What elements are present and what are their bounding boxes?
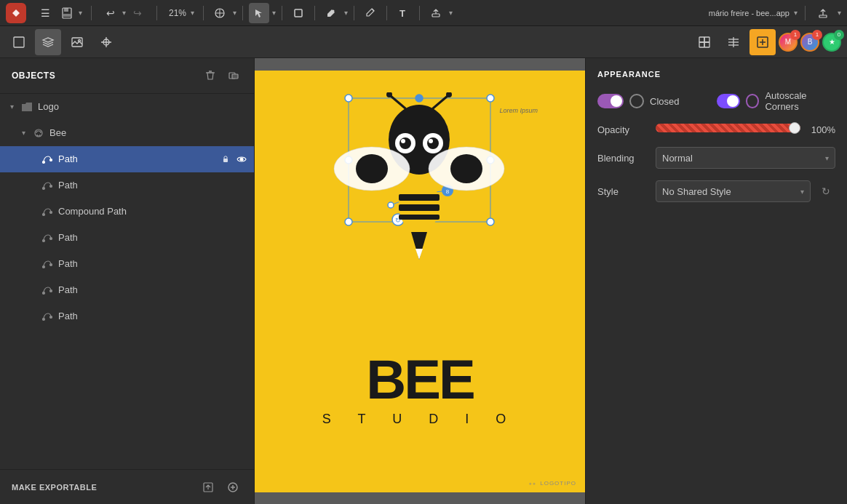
zoom-dropdown[interactable]: ▾ [191, 9, 194, 17]
avatar-3-container[interactable]: ★ 0 [822, 33, 841, 52]
align-dropdown[interactable]: ▾ [233, 9, 236, 17]
redo-button[interactable]: ↪ [127, 3, 148, 23]
tree-item-path-6[interactable]: Path [0, 303, 254, 329]
panel-header-actions [202, 67, 242, 84]
components-btn[interactable] [93, 29, 119, 55]
bee-logo-text-container: BEE S T U D I O [282, 352, 558, 427]
canvas-area[interactable]: Lorem Ipsum [255, 58, 585, 504]
pen-tool[interactable] [321, 3, 341, 23]
svg-rect-17 [704, 37, 709, 42]
compound-icon [41, 205, 54, 218]
tree-item-logo[interactable]: ▾ Logo [0, 94, 254, 120]
svg-text:8: 8 [446, 188, 450, 195]
style-refresh-btn[interactable]: ↻ [816, 182, 835, 201]
path-1-actions [219, 153, 248, 166]
style-row: Style No Shared Style ▾ ↻ [597, 180, 835, 202]
opacity-bar-container[interactable] [656, 124, 800, 135]
add-export-btn[interactable] [223, 478, 242, 497]
separator-1 [91, 6, 92, 20]
upload-dropdown[interactable]: ▾ [838, 9, 841, 17]
autoscale-label: Autoscale Corners [765, 90, 835, 112]
undo-dropdown[interactable]: ▾ [122, 9, 126, 17]
undo-redo-group: ↩ ▾ ↪ [98, 3, 151, 23]
tree-item-path-1[interactable]: Path [0, 146, 254, 172]
export-tool[interactable] [426, 3, 446, 23]
tree-item-path-2[interactable]: Path [0, 172, 254, 199]
text-tool[interactable]: T [393, 3, 413, 23]
undo-button[interactable]: ↩ [100, 3, 121, 23]
transform-btn[interactable] [691, 29, 717, 55]
export-icon-btn[interactable] [199, 478, 218, 497]
user-dropdown[interactable]: ▾ [794, 9, 798, 17]
svg-point-53 [345, 95, 352, 102]
svg-marker-90 [415, 249, 423, 260]
style-btn[interactable] [749, 29, 776, 55]
layers-btn[interactable] [35, 29, 61, 55]
tree-item-path-4[interactable]: Path [0, 251, 254, 277]
page-btn[interactable] [6, 29, 32, 55]
tree-item-bee[interactable]: ▾ Bee [0, 120, 254, 146]
blending-label: Blending [597, 153, 656, 164]
align-btn[interactable] [720, 29, 747, 55]
delete-btn[interactable] [202, 67, 219, 84]
select-tool[interactable] [249, 3, 269, 23]
svg-point-35 [240, 158, 243, 161]
menu-button[interactable]: ☰ [35, 3, 55, 23]
autoscale-toggle-group: Autoscale Corners [717, 90, 836, 112]
opacity-value: 100% [806, 124, 835, 135]
tree-item-compound[interactable]: Compound Path [0, 199, 254, 225]
closed-knob [611, 95, 622, 107]
app-logo [6, 3, 26, 23]
bee-logo-text: BEE [282, 352, 558, 407]
pen-dropdown[interactable]: ▾ [344, 9, 348, 17]
svg-point-54 [415, 95, 423, 102]
path-1-lock-icon [219, 153, 232, 166]
align-tool[interactable] [210, 3, 230, 23]
tree-item-path-3[interactable]: Path [0, 225, 254, 251]
rect-tool[interactable] [288, 3, 309, 23]
bee-arrow: ▾ [17, 127, 29, 139]
svg-point-33 [50, 159, 52, 161]
opacity-label: Opacity [597, 124, 656, 135]
path-2-icon [41, 179, 54, 192]
save-dropdown-arrow[interactable]: ▾ [79, 9, 82, 17]
blending-select[interactable]: Normal ▾ [656, 147, 835, 169]
separator-5 [282, 6, 282, 20]
tree-item-path-5[interactable]: Path [0, 277, 254, 303]
select-dropdown[interactable]: ▾ [272, 9, 276, 17]
svg-point-60 [487, 218, 494, 225]
svg-point-84 [450, 154, 482, 183]
image-btn[interactable] [64, 29, 90, 55]
bee-label: Bee [49, 127, 248, 138]
svg-point-39 [50, 211, 52, 213]
separator-4 [242, 6, 243, 20]
save-button[interactable] [57, 3, 77, 23]
svg-point-63 [388, 202, 394, 208]
logo-label: Logo [38, 101, 248, 112]
autoscale-circle[interactable] [746, 94, 759, 108]
style-select[interactable]: No Shared Style ▾ [656, 180, 811, 202]
avatar-2-container[interactable]: B 1 [800, 33, 819, 52]
closed-toggle[interactable] [597, 94, 624, 108]
svg-rect-16 [699, 37, 704, 42]
separator-7 [354, 6, 354, 20]
footer-actions [199, 478, 242, 497]
svg-point-47 [50, 316, 52, 318]
compound-label: Compound Path [58, 206, 248, 217]
left-panel: OBJECTS [0, 58, 255, 504]
closed-circle[interactable] [629, 94, 644, 108]
make-exportable-label: MAKE EXPORTABLE [12, 483, 97, 492]
style-value: No Shared Style [662, 186, 731, 197]
path-1-icon [41, 153, 54, 166]
path-5-label: Path [58, 284, 248, 295]
path-4-label: Path [58, 258, 248, 269]
mask-btn[interactable] [225, 67, 242, 84]
svg-rect-3 [63, 14, 71, 17]
svg-point-38 [43, 213, 45, 215]
autoscale-toggle[interactable] [717, 94, 741, 108]
export-dropdown[interactable]: ▾ [449, 9, 453, 17]
edit-tool[interactable] [360, 3, 381, 23]
avatar-1-container[interactable]: M 1 [779, 33, 798, 52]
svg-text:T: T [399, 8, 405, 18]
upload-button[interactable] [813, 3, 833, 23]
